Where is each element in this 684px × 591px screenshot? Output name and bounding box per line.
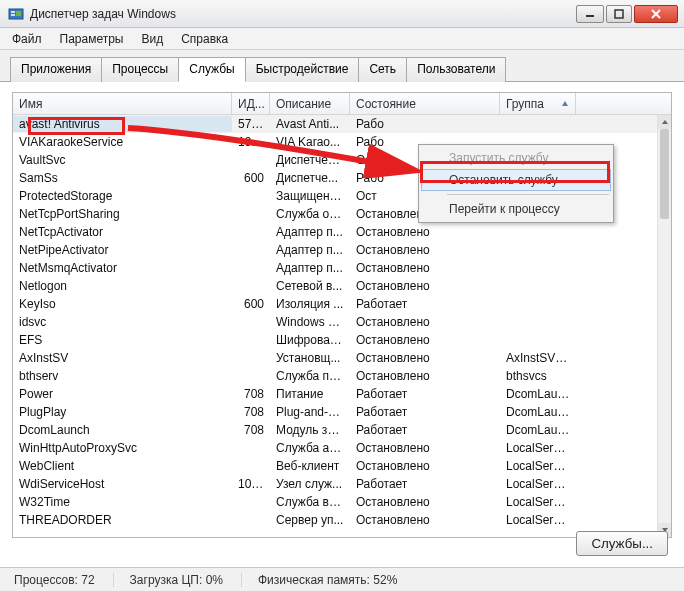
cell-id	[232, 231, 270, 233]
cell-state: Работает	[350, 476, 500, 492]
table-row[interactable]: NetlogonСетевой в...Остановлено	[13, 277, 657, 295]
close-button[interactable]	[634, 5, 678, 23]
cell-state: Работает	[350, 422, 500, 438]
header-id[interactable]: ИД...	[232, 93, 270, 114]
cell-description: Служба вр...	[270, 494, 350, 510]
cell-id	[232, 195, 270, 197]
cell-name: NetPipeActivator	[13, 242, 232, 258]
cell-state: Работает	[350, 404, 500, 420]
cell-description: Модуль за...	[270, 422, 350, 438]
scroll-thumb[interactable]	[660, 129, 669, 219]
table-row[interactable]: WebClientВеб-клиентОстановленоLocalServi…	[13, 457, 657, 475]
svg-rect-5	[615, 10, 623, 18]
ctx-separator	[447, 194, 609, 195]
window-title: Диспетчер задач Windows	[30, 7, 576, 21]
cell-id	[232, 519, 270, 521]
cell-state: Остановлено	[350, 260, 500, 276]
status-processes: Процессов: 72	[10, 573, 114, 587]
cell-name: WinHttpAutoProxySvc	[13, 440, 232, 456]
tab-applications[interactable]: Приложения	[10, 57, 102, 82]
table-row[interactable]: idsvcWindows C...Остановлено	[13, 313, 657, 331]
cell-description: Диспетче...	[270, 170, 350, 186]
cell-id	[232, 501, 270, 503]
cell-description: Plug-and-Play	[270, 404, 350, 420]
cell-name: NetTcpActivator	[13, 224, 232, 240]
svg-rect-2	[11, 14, 15, 16]
cell-name: WdiServiceHost	[13, 476, 232, 492]
tab-performance[interactable]: Быстродействие	[245, 57, 360, 82]
cell-group	[500, 231, 576, 233]
button-row: Службы...	[0, 525, 682, 556]
table-row[interactable]: KeyIso600Изоляция ...Работает	[13, 295, 657, 313]
table-row[interactable]: EFSШифрован...Остановлено	[13, 331, 657, 349]
tab-services[interactable]: Службы	[178, 57, 245, 82]
cell-id: 5776	[232, 116, 270, 132]
cell-name: SamSs	[13, 170, 232, 186]
cell-name: NetTcpPortSharing	[13, 206, 232, 222]
table-row[interactable]: Power708ПитаниеРаботаетDcomLaunch	[13, 385, 657, 403]
table-row[interactable]: NetPipeActivatorАдаптер п...Остановлено	[13, 241, 657, 259]
cell-id	[232, 267, 270, 269]
cell-name: VIAKaraokeService	[13, 134, 232, 150]
cell-name: bthserv	[13, 368, 232, 384]
menu-file[interactable]: Файл	[4, 30, 50, 48]
cell-id: 708	[232, 422, 270, 438]
table-row[interactable]: NetTcpActivatorАдаптер п...Остановлено	[13, 223, 657, 241]
header-description[interactable]: Описание	[270, 93, 350, 114]
table-row[interactable]: NetMsmqActivatorАдаптер п...Остановлено	[13, 259, 657, 277]
cell-state: Остановлено	[350, 458, 500, 474]
cell-group: DcomLaunch	[500, 422, 576, 438]
tab-processes[interactable]: Процессы	[101, 57, 179, 82]
cell-id	[232, 447, 270, 449]
cell-group: LocalService	[500, 476, 576, 492]
table-row[interactable]: WinHttpAutoProxySvcСлужба ав...Остановле…	[13, 439, 657, 457]
svg-marker-8	[562, 101, 568, 106]
menu-view[interactable]: Вид	[133, 30, 171, 48]
cell-state: Остановлено	[350, 494, 500, 510]
menu-options[interactable]: Параметры	[52, 30, 132, 48]
header-group[interactable]: Группа	[500, 93, 576, 114]
maximize-button[interactable]	[606, 5, 632, 23]
cell-group: LocalService	[500, 494, 576, 510]
cell-description: Адаптер п...	[270, 242, 350, 258]
cell-name: ProtectedStorage	[13, 188, 232, 204]
cell-name: DcomLaunch	[13, 422, 232, 438]
cell-state: Остановлено	[350, 440, 500, 456]
cell-group	[500, 285, 576, 287]
table-row[interactable]: W32TimeСлужба вр...ОстановленоLocalServi…	[13, 493, 657, 511]
cell-group	[500, 249, 576, 251]
cell-description: Служба по...	[270, 368, 350, 384]
cell-state: Остановлено	[350, 278, 500, 294]
tab-network[interactable]: Сеть	[358, 57, 407, 82]
cell-name: WebClient	[13, 458, 232, 474]
ctx-stop-service[interactable]: Остановить службу	[421, 169, 611, 191]
table-row[interactable]: bthservСлужба по...Остановленоbthsvcs	[13, 367, 657, 385]
minimize-button[interactable]	[576, 5, 604, 23]
cell-group	[500, 123, 576, 125]
cell-group: LocalService	[500, 440, 576, 456]
cell-name: Netlogon	[13, 278, 232, 294]
tab-users[interactable]: Пользователи	[406, 57, 506, 82]
services-button[interactable]: Службы...	[576, 531, 668, 556]
menu-help[interactable]: Справка	[173, 30, 236, 48]
header-state[interactable]: Состояние	[350, 93, 500, 114]
header-name[interactable]: Имя	[13, 93, 232, 114]
cell-id: 708	[232, 404, 270, 420]
table-row[interactable]: WdiServiceHost1020Узел служ...РаботаетLo…	[13, 475, 657, 493]
table-row[interactable]: PlugPlay708Plug-and-PlayРаботаетDcomLaun…	[13, 403, 657, 421]
cell-id	[232, 321, 270, 323]
table-row[interactable]: DcomLaunch708Модуль за...РаботаетDcomLau…	[13, 421, 657, 439]
app-icon	[8, 6, 24, 22]
cell-description: Адаптер п...	[270, 224, 350, 240]
window-buttons	[576, 5, 678, 23]
cell-group	[500, 321, 576, 323]
cell-description: Адаптер п...	[270, 260, 350, 276]
cell-id: 1980	[232, 134, 270, 150]
table-row[interactable]: avast! Antivirus5776Avast Anti...Рабо	[13, 115, 657, 133]
svg-rect-1	[11, 11, 15, 13]
ctx-goto-process[interactable]: Перейти к процессу	[421, 198, 611, 220]
table-row[interactable]: AxInstSVУстановщ...ОстановленоAxInstSVG.…	[13, 349, 657, 367]
vertical-scrollbar[interactable]	[657, 115, 671, 537]
scroll-up-icon[interactable]	[658, 115, 671, 129]
cell-id	[232, 375, 270, 377]
